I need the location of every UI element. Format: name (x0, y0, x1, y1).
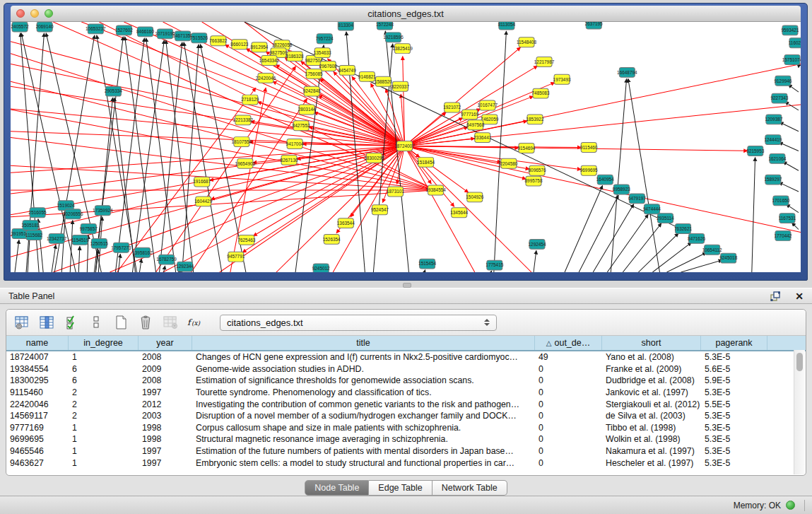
table-cell: Estimation of significance thresholds fo… (192, 375, 535, 385)
cytoscape-desktop: citations_edges.txt 18724007183002951938… (0, 0, 812, 514)
splitter-handle-icon[interactable] (403, 283, 411, 288)
graph-node-label: 2516055 (29, 210, 47, 215)
delete-table-icon[interactable] (162, 314, 179, 331)
table-cell: 1997 (139, 387, 192, 397)
graph-edge-red (110, 146, 404, 272)
panel-splitter[interactable] (0, 281, 812, 288)
table-row[interactable]: 1938455462009Genome-wide association stu… (6, 363, 806, 375)
graph-node-label: 19654903 (235, 161, 256, 166)
graph-node-label: 9227343 (770, 95, 788, 100)
column-header-label: title (356, 338, 370, 348)
graph-node-label: 18107554 (232, 139, 252, 144)
function-builder-icon[interactable]: f(x) (187, 314, 204, 331)
minimize-window-button[interactable] (30, 9, 39, 18)
table-cell: Embryonic stem cells: a model to study s… (192, 458, 535, 468)
graph-node-label: 1701650 (772, 198, 789, 203)
table-cell: 1 (69, 423, 139, 433)
table-cell: 0 (535, 375, 602, 385)
network-file-select[interactable]: citations_edges.txt (220, 315, 497, 331)
graph-node-label: 1519024 (57, 203, 75, 208)
graph-node-label: 1589297 (764, 177, 782, 182)
table-cell: Investigating the contribution of common… (192, 399, 535, 409)
table-cell: Disruption of a novel member of a sodium… (192, 411, 535, 421)
scrollbar-thumb[interactable] (796, 353, 803, 371)
graph-node-label: 1572248 (376, 22, 394, 27)
column-header-out_de[interactable]: △out_de… (535, 336, 602, 350)
tab-edge-table[interactable]: Edge Table (369, 480, 432, 496)
graph-node-label: 16648794 (617, 70, 637, 75)
table-cell: 1998 (139, 423, 192, 433)
table-panel-body: f(x)citations_edges.txt namein_degreeyea… (0, 304, 812, 496)
zoom-window-button[interactable] (45, 9, 53, 18)
graph-node-label: 1363544 (337, 221, 355, 226)
close-panel-icon[interactable]: ✕ (795, 291, 804, 302)
graph-edge-red (404, 146, 747, 151)
window-title: citations_edges.txt (11, 8, 801, 19)
table-cell: Hescheler et al. (1997) (602, 458, 701, 468)
float-panel-icon[interactable] (767, 288, 784, 305)
statusbar-divider (804, 500, 805, 511)
graph-node-label: 8220337 (392, 84, 409, 89)
table-cell: 9777169 (6, 423, 69, 433)
graph-node-label: 6479197 (628, 196, 646, 201)
column-header-short[interactable]: short (602, 336, 701, 350)
table-row[interactable]: 977716911998Corpus callosum shape and si… (6, 422, 806, 434)
graph-node-label: 10654112 (702, 247, 723, 252)
graph-node-label: 1853922 (526, 117, 544, 122)
table-cell: Wolkin et al. (1998) (602, 434, 701, 444)
tab-node-table[interactable]: Node Table (305, 480, 369, 496)
column-header-pagerank[interactable]: pagerank (701, 336, 767, 350)
checkbox-select-icon[interactable] (63, 314, 80, 331)
table-row[interactable]: 911546021997Tourette syndrome. Phenomeno… (6, 387, 806, 399)
column-header-name[interactable]: name (6, 336, 69, 350)
network-window-titlebar[interactable]: citations_edges.txt (11, 6, 801, 22)
graph-node-label: 1518454 (417, 160, 435, 165)
graph-node-label: 12342737 (47, 236, 67, 241)
graph-node-label: 9154694 (517, 146, 535, 151)
table-settings-icon[interactable] (13, 314, 30, 331)
graph-node-label: 1604429 (194, 199, 212, 204)
table-row[interactable]: 969969511998Structural magnetic resonanc… (6, 433, 806, 445)
graph-node-label: 2637195 (585, 22, 603, 26)
network-graph-canvas[interactable]: 1872400718300295193845547663822866012389… (11, 22, 801, 272)
graph-node-label: 13958167 (132, 250, 153, 255)
graph-node-label: 9975857 (80, 226, 98, 231)
table-cell: 0 (535, 423, 602, 433)
graph-node-label: 1292454 (529, 242, 546, 247)
network-graph[interactable]: 1872400718300295193845547663822866012389… (11, 22, 801, 272)
graph-edge-black (160, 42, 182, 272)
graph-node-label: 9457791 (227, 254, 245, 259)
delete-icon[interactable] (137, 314, 154, 331)
table-row[interactable]: 1456911722003Disruption of a novel membe… (6, 410, 806, 422)
table-scrollbar[interactable] (794, 350, 805, 474)
table-cell: 0 (535, 446, 602, 456)
graph-node-label: 9245018 (719, 255, 737, 260)
graph-node-label: 13825419 (392, 46, 413, 51)
table-row[interactable]: 946554611997Estimation of the future num… (6, 445, 806, 457)
column-header-in_degree[interactable]: in_degree (69, 336, 139, 350)
graph-node-label: 1209387 (765, 117, 782, 122)
table-row[interactable]: 2242004622012Investigating the contribut… (6, 398, 806, 410)
graph-node-label: 12217987 (534, 59, 555, 64)
new-file-icon[interactable] (112, 314, 129, 331)
table-cell: 9115460 (6, 387, 69, 397)
table-row[interactable]: 1830029562008Estimation of significance … (6, 375, 806, 387)
row-select-icon[interactable] (88, 314, 105, 331)
column-select-icon[interactable] (38, 314, 55, 331)
graph-edge-red (117, 88, 256, 272)
select-stepper-icon (484, 319, 490, 326)
table-cell: 19384554 (6, 364, 69, 374)
tab-network-table[interactable]: Network Table (433, 480, 507, 496)
graph-node-label: 17359924 (93, 208, 113, 213)
close-window-button[interactable] (16, 9, 25, 18)
table-row[interactable]: 1872400712008Changes of HCN gene express… (6, 351, 806, 363)
graph-node-label: 7632621 (674, 226, 692, 231)
column-header-title[interactable]: title (192, 336, 535, 350)
graph-node-label: 2803144 (298, 107, 316, 112)
graph-node-label: 7515526 (190, 35, 208, 40)
column-header-label: short (642, 338, 661, 348)
table-cell: 1 (69, 458, 139, 468)
table-row[interactable]: 946362711997Embryonic stem cells: a mode… (6, 457, 806, 469)
column-header-year[interactable]: year (139, 336, 192, 350)
table-cell: 2 (69, 411, 139, 421)
